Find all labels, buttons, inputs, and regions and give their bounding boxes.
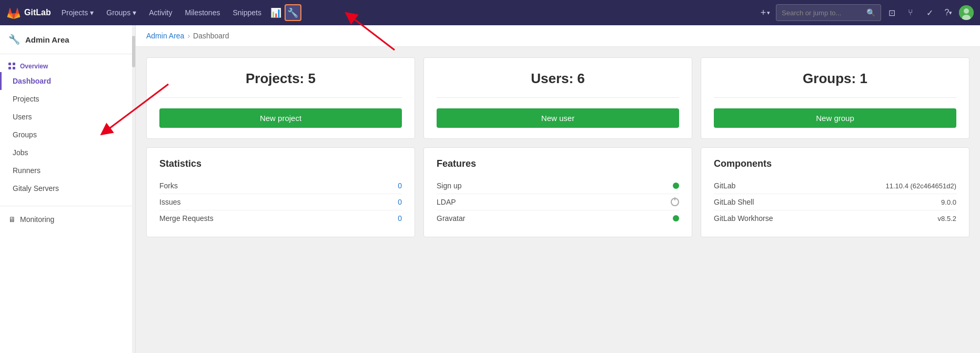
groups-stat-card: Groups: 1 New group <box>701 57 969 139</box>
sidebar-title: Admin Area <box>25 35 69 44</box>
new-project-button[interactable]: New project <box>159 108 402 128</box>
breadcrumb-separator: › <box>187 32 190 40</box>
nav-groups[interactable]: Groups ▾ <box>100 0 143 25</box>
components-card: Components GitLab 11.10.4 (62c464651d2) … <box>701 147 969 237</box>
todos-icon[interactable]: ✓ <box>921 4 938 21</box>
chevron-down-icon: ▾ <box>90 8 94 17</box>
sidebar-item-runners[interactable]: Runners <box>0 162 135 179</box>
app-body: 🔧 Admin Area Overview Dashboard <box>0 25 980 353</box>
signup-status-dot <box>673 183 679 189</box>
gravatar-label: Gravatar <box>437 214 465 223</box>
gitlab-label: GitLab <box>714 181 735 190</box>
chevron-down-icon: ▾ <box>133 8 136 17</box>
svg-point-1 <box>964 8 969 14</box>
sidebar-header: 🔧 Admin Area <box>0 25 135 54</box>
users-stat-card: Users: 6 New user <box>423 57 692 139</box>
sidebar-item-users[interactable]: Users <box>0 108 135 126</box>
help-icon[interactable]: ?▾ <box>940 4 957 21</box>
gitlab-shell-row: GitLab Shell 9.0.0 <box>714 194 956 210</box>
search-icon: 🔍 <box>866 8 875 17</box>
content-area: Projects: 5 New project Users: 6 New use… <box>136 47 980 248</box>
sidebar-scrollbar-thumb[interactable] <box>132 36 135 67</box>
search-placeholder: Search or jump to... <box>782 9 841 17</box>
sidebar-overview-section: Overview Dashboard Projects Users Groups… <box>0 54 135 201</box>
sidebar-item-monitoring[interactable]: 🖥 Monitoring <box>0 210 135 228</box>
stats-icon[interactable]: 📊 <box>268 4 285 21</box>
groups-count: Groups: 1 <box>803 70 867 87</box>
components-title: Components <box>714 158 956 169</box>
issues-value[interactable]: 0 <box>398 198 402 206</box>
sidebar-item-jobs[interactable]: Jobs <box>0 144 135 162</box>
sidebar-bottom: 🖥 Monitoring <box>0 206 135 228</box>
gitlab-shell-version: 9.0.0 <box>941 198 956 206</box>
sidebar: 🔧 Admin Area Overview Dashboard <box>0 25 136 353</box>
user-avatar[interactable] <box>959 5 974 20</box>
divider <box>437 97 679 98</box>
forks-label: Forks <box>159 181 178 190</box>
sidebar-item-groups[interactable]: Groups <box>0 126 135 144</box>
projects-count: Projects: 5 <box>246 70 316 87</box>
nav-activity[interactable]: Activity <box>143 0 178 25</box>
new-user-button[interactable]: New user <box>437 108 679 128</box>
users-count: Users: 6 <box>531 70 585 87</box>
merge-requests-icon[interactable]: ⑂ <box>902 4 919 21</box>
forks-row: Forks 0 <box>159 178 402 194</box>
gitlab-workhorse-label: GitLab Workhorse <box>714 214 773 223</box>
gitlab-row: GitLab 11.10.4 (62c464651d2) <box>714 178 956 194</box>
sidebar-item-gitaly-servers[interactable]: Gitaly Servers <box>0 179 135 197</box>
divider <box>714 97 956 98</box>
nav-milestones[interactable]: Milestones <box>179 0 227 25</box>
statistics-card: Statistics Forks 0 Issues 0 Merge Reques… <box>146 147 415 237</box>
gravatar-row: Gravatar <box>437 210 679 226</box>
statistics-title: Statistics <box>159 158 402 169</box>
ldap-row: LDAP <box>437 194 679 210</box>
merge-requests-value[interactable]: 0 <box>398 214 402 223</box>
forks-value[interactable]: 0 <box>398 181 402 190</box>
logo-text: GitLab <box>24 8 51 17</box>
wrench-icon: 🔧 <box>8 34 20 45</box>
nav-projects[interactable]: Projects ▾ <box>55 0 100 25</box>
merge-requests-label: Merge Requests <box>159 214 214 223</box>
new-group-button[interactable]: New group <box>714 108 956 128</box>
ldap-status-power-icon <box>671 198 679 206</box>
gravatar-status-dot <box>673 215 679 221</box>
admin-wrench-icon[interactable]: 🔧 <box>285 4 301 21</box>
ldap-label: LDAP <box>437 198 456 206</box>
projects-stat-card: Projects: 5 New project <box>146 57 415 139</box>
info-cards-row: Statistics Forks 0 Issues 0 Merge Reques… <box>146 147 969 237</box>
nav-snippets[interactable]: Snippets <box>226 0 267 25</box>
breadcrumb-parent[interactable]: Admin Area <box>146 32 184 40</box>
features-title: Features <box>437 158 679 169</box>
signup-row: Sign up <box>437 178 679 194</box>
gitlab-logo[interactable]: GitLab <box>6 5 51 20</box>
gitlab-workhorse-version: v8.5.2 <box>938 215 956 223</box>
monitor-icon: 🖥 <box>8 215 16 224</box>
gitlab-version: 11.10.4 (62c464651d2) <box>886 182 956 190</box>
sidebar-item-dashboard[interactable]: Dashboard <box>0 72 135 90</box>
top-navigation: GitLab Projects ▾ Groups ▾ Activity Mile… <box>0 0 980 25</box>
gitlab-workhorse-row: GitLab Workhorse v8.5.2 <box>714 210 956 226</box>
main-content: Admin Area › Dashboard Projects: 5 New p… <box>136 25 980 353</box>
search-bar[interactable]: Search or jump to... 🔍 <box>776 4 881 21</box>
issues-label: Issues <box>159 198 180 206</box>
grid-icon <box>8 63 16 70</box>
gitlab-shell-label: GitLab Shell <box>714 198 754 206</box>
sidebar-scrollbar-track[interactable] <box>132 25 135 353</box>
issues-row: Issues 0 <box>159 194 402 210</box>
nav-right: +▾ Search or jump to... 🔍 ⊡ ⑂ ✓ ?▾ <box>757 4 974 21</box>
breadcrumb: Admin Area › Dashboard <box>136 25 980 47</box>
signup-label: Sign up <box>437 181 461 190</box>
features-card: Features Sign up LDAP Gravatar <box>423 147 692 237</box>
issues-icon[interactable]: ⊡ <box>883 4 900 21</box>
sidebar-item-projects[interactable]: Projects <box>0 90 135 108</box>
nav-items: Projects ▾ Groups ▾ Activity Milestones … <box>55 0 757 25</box>
merge-requests-row: Merge Requests 0 <box>159 210 402 226</box>
divider <box>159 97 402 98</box>
overview-label: Overview <box>0 58 135 72</box>
breadcrumb-current: Dashboard <box>193 32 229 40</box>
plus-icon[interactable]: +▾ <box>757 4 774 21</box>
stat-cards-row: Projects: 5 New project Users: 6 New use… <box>146 57 969 139</box>
